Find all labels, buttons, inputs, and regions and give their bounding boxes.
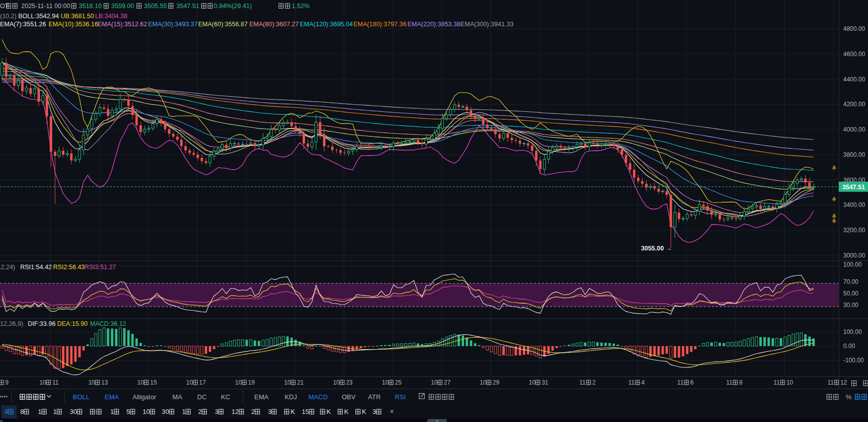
svg-text:4400.00: 4400.00 [843,76,865,83]
svg-text:9: 9 [5,379,9,386]
svg-text:8: 8 [20,408,24,415]
svg-text:(10,2): (10,2) [0,13,17,20]
svg-text:RSI: RSI [395,393,406,401]
svg-text:3800.00: 3800.00 [843,151,865,158]
svg-text:70.00: 70.00 [843,278,858,285]
svg-text:25: 25 [395,379,402,386]
svg-text:3: 3 [215,408,218,415]
svg-text:K: K [291,408,295,415]
svg-text:EMA(30):3493.37: EMA(30):3493.37 [148,21,198,28]
svg-text:30: 30 [162,408,169,415]
svg-text:RSI3:51.27: RSI3:51.27 [84,264,116,271]
svg-text:29: 29 [493,379,500,386]
svg-text:EMA(180):3797.36: EMA(180):3797.36 [353,21,406,28]
svg-text:4800.00: 4800.00 [843,25,865,32]
svg-text:3055.00: 3055.00 [641,245,664,252]
svg-text:Alligator: Alligator [132,393,157,401]
svg-text:27: 27 [444,379,451,386]
svg-text:0.00: 0.00 [843,343,855,350]
svg-text:3547.51: 3547.51 [842,184,865,191]
svg-text:4200.00: 4200.00 [843,101,865,108]
svg-text:4: 4 [641,379,645,386]
svg-text:10: 10 [235,379,242,386]
svg-text:3000.00: 3000.00 [843,252,865,259]
svg-text:3200.00: 3200.00 [843,227,865,234]
svg-text:DEA:15.90: DEA:15.90 [57,320,88,327]
svg-text:EMA(15):3512.62: EMA(15):3512.62 [98,21,147,28]
svg-text:3400.00: 3400.00 [843,201,865,208]
svg-text:10: 10 [431,379,438,386]
svg-text:EMA(300):3941.33: EMA(300):3941.33 [461,21,514,28]
svg-text:5: 5 [126,408,130,415]
svg-text:13: 13 [101,379,108,386]
svg-text:30: 30 [70,408,77,415]
svg-text:30.00: 30.00 [843,302,858,309]
svg-text:1: 1 [182,408,186,415]
svg-text:RSI2:56.43: RSI2:56.43 [53,264,85,271]
svg-text:K: K [344,408,349,415]
svg-text:31: 31 [541,379,549,386]
svg-text:100.00: 100.00 [843,328,862,335]
svg-text:2: 2 [198,408,202,415]
svg-text:DC: DC [197,393,207,401]
svg-text:MACD:36.12: MACD:36.12 [90,320,126,327]
svg-text:50.00: 50.00 [843,290,858,297]
svg-text:11: 11 [828,379,834,386]
svg-text:17: 17 [199,379,206,386]
svg-text:23: 23 [346,379,353,386]
svg-text:3559.00: 3559.00 [111,3,134,10]
svg-text:LB:3404.38: LB:3404.38 [95,13,127,20]
svg-text:EMA(7):3551.26: EMA(7):3551.26 [0,21,46,28]
svg-text:3518.10: 3518.10 [79,3,102,10]
svg-text:EMA: EMA [105,393,119,401]
svg-text:3547.51: 3547.51 [176,3,199,10]
svg-text:EMA(80):3607.27: EMA(80):3607.27 [249,21,299,28]
svg-text:100.00: 100.00 [843,261,862,268]
svg-text:BOLL:3542.94: BOLL:3542.94 [18,13,59,20]
svg-text:→: → [666,245,672,252]
svg-text:ATR: ATR [368,393,381,401]
svg-text:RSI1:54.42: RSI1:54.42 [20,264,52,271]
svg-text:0.84%(29.41): 0.84%(29.41) [214,3,252,10]
svg-text:OBV: OBV [342,393,356,401]
svg-text:10: 10 [333,379,340,386]
svg-text:4: 4 [5,408,8,415]
svg-text:11: 11 [628,379,635,386]
svg-text:1.52%: 1.52% [292,3,309,10]
svg-text:12: 12 [232,408,239,415]
svg-text:-100.00: -100.00 [843,357,864,364]
svg-text:K: K [327,408,331,415]
svg-text:EMA(60):3556.87: EMA(60):3556.87 [198,21,248,28]
svg-text:10: 10 [138,379,145,386]
svg-text:MACD: MACD [308,393,328,401]
svg-text:MA: MA [172,393,182,401]
svg-text:10: 10 [186,379,193,386]
svg-text:1: 1 [38,408,41,415]
svg-text:10: 10 [284,379,291,386]
svg-text:19: 19 [248,379,255,386]
svg-text:10: 10 [143,408,150,415]
svg-text:21: 21 [297,379,304,386]
svg-text:EMA(120):3695.04: EMA(120):3695.04 [300,21,353,28]
svg-text:15: 15 [302,408,309,415]
svg-text:KC: KC [221,393,230,401]
svg-text:2: 2 [592,379,596,386]
svg-text:MACD(12,26,9): MACD(12,26,9) [0,320,23,327]
svg-text:3505.55: 3505.55 [144,3,167,10]
svg-text:10: 10 [480,379,487,386]
svg-text:10: 10 [786,379,793,386]
svg-text:10: 10 [39,379,47,386]
svg-text:%: % [846,393,852,401]
svg-text:11: 11 [773,379,780,386]
svg-text:10: 10 [382,379,389,386]
svg-text:EMA: EMA [254,393,269,401]
svg-text:EMA(10):3536.16: EMA(10):3536.16 [49,21,98,28]
svg-text:6: 6 [690,379,694,386]
svg-text:2: 2 [251,408,255,415]
svg-text:11: 11 [677,379,684,386]
svg-text:4600.00: 4600.00 [843,51,865,58]
svg-text:11: 11 [726,379,733,386]
svg-text:11: 11 [52,379,59,386]
svg-text:8: 8 [739,379,743,386]
svg-text:(6,12,24): (6,12,24) [0,264,15,271]
